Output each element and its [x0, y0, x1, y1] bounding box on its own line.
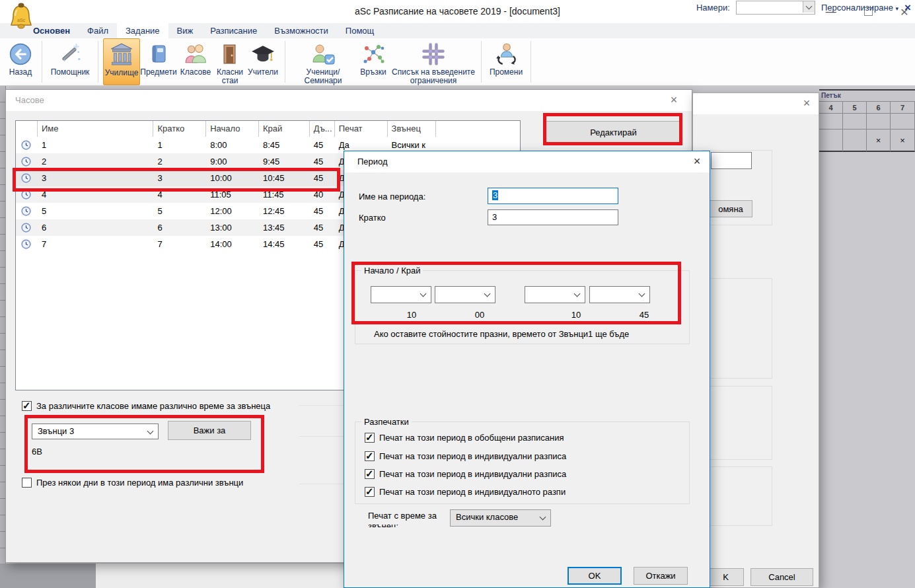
cell: 6	[38, 223, 154, 233]
ribbon-item-Класове[interactable]: Класове	[177, 38, 214, 85]
edit-button[interactable]: Редактирай	[546, 121, 681, 143]
menu-tab-Виж[interactable]: Виж	[168, 23, 202, 38]
ribbon-item-label: Учители	[248, 68, 278, 77]
menu-tab-Задание[interactable]: Задание	[117, 23, 168, 38]
bells-select[interactable]: Звънци 3	[32, 423, 159, 439]
teachers-icon	[250, 40, 275, 68]
cell: 5	[38, 206, 154, 216]
background-ok-button[interactable]: K	[708, 568, 744, 586]
ribbon-item-Предмети[interactable]: Предмети	[140, 38, 177, 85]
ok-button[interactable]: OK	[567, 567, 622, 585]
checkbox-unchecked-icon[interactable]	[22, 478, 32, 488]
toolbar-close-icon[interactable]: ×	[904, 3, 911, 13]
hours-close-icon[interactable]: ×	[665, 93, 683, 108]
grid-column-header: 6	[867, 102, 891, 114]
column-header-Име[interactable]: Име	[38, 121, 154, 137]
ribbon-item-Училище[interactable]: Училище	[103, 38, 140, 85]
clock-icon	[16, 190, 38, 200]
time-select-2[interactable]	[525, 286, 585, 303]
cell: 13:00	[206, 223, 259, 233]
print-option-checkbox-0[interactable]: Печат на този период в обобщени разписан…	[365, 433, 695, 443]
time-select-1[interactable]	[435, 286, 495, 303]
find-label: Намери:	[696, 3, 730, 13]
grid-cell: ×	[867, 129, 891, 152]
menu-tab-Помощ[interactable]: Помощ	[337, 23, 383, 38]
grid-column-header: 4	[819, 102, 843, 114]
cancel-button[interactable]: Откажи	[634, 567, 688, 585]
column-header-Край[interactable]: Край	[259, 121, 310, 137]
wizard-icon	[58, 40, 82, 68]
ribbon-item-Списък на въведените ограничения[interactable]: Списък на въведените ограничения	[390, 38, 476, 85]
background-dialog-close-icon[interactable]: ×	[797, 96, 816, 111]
checkbox-checked-icon[interactable]	[22, 401, 32, 411]
print-option-checkbox-2[interactable]: Печат на този период в индивидуални разп…	[365, 469, 695, 479]
links-icon	[360, 40, 386, 68]
background-input[interactable]	[711, 152, 752, 169]
cell: 4	[38, 190, 154, 200]
chevron-down-icon	[484, 291, 491, 297]
ribbon-item-Назад[interactable]: Назад	[4, 38, 37, 85]
column-header[interactable]	[436, 121, 520, 137]
cell: 9:00	[206, 157, 259, 166]
column-header-Звънец[interactable]: Звънец	[388, 121, 437, 137]
grid-cell	[819, 114, 843, 129]
grid-cell	[891, 114, 915, 129]
applies-to-button[interactable]: Важи за	[168, 421, 251, 440]
ribbon-item-label: Промени	[490, 68, 523, 77]
chevron-down-icon	[574, 291, 581, 297]
checkbox-checked-icon[interactable]	[365, 433, 375, 443]
cell: 10:00	[206, 173, 259, 183]
column-header-Дъ...[interactable]: Дъ...	[310, 121, 335, 137]
checkbox-checked-icon[interactable]	[365, 469, 375, 479]
period-dialog: Период × Име на периода: 3 Кратко 3 Нача…	[344, 151, 710, 588]
groupbox	[702, 386, 772, 460]
ribbon-item-Класни стаи[interactable]: Класни стаи	[214, 38, 246, 85]
column-header[interactable]	[16, 121, 38, 137]
classrooms-icon	[219, 40, 241, 68]
ribbon-item-label: Класни стаи	[214, 68, 246, 85]
time-select-3[interactable]	[589, 286, 650, 303]
period-name-input[interactable]: 3	[488, 188, 618, 204]
change-button[interactable]: омяна	[709, 200, 752, 217]
grid-cell: ×	[891, 129, 915, 152]
personalize-menu[interactable]: Персонализиране ▾	[821, 3, 898, 13]
period-short-input[interactable]: 3	[488, 209, 618, 225]
print-option-label: Печат на този период в индивидуални разп…	[379, 451, 566, 461]
timetable-grid-fragment: Петък 4567 ××	[819, 89, 915, 152]
column-header-Начало[interactable]: Начало	[206, 121, 259, 137]
students-icon	[309, 40, 337, 68]
column-header-Печат[interactable]: Печат	[335, 121, 388, 137]
ribbon-item-Учители[interactable]: Учители	[246, 38, 280, 85]
ribbon-item-Промени[interactable]: Промени	[486, 38, 526, 85]
menu-tab-Файл[interactable]: Файл	[79, 23, 117, 38]
clock-icon	[16, 223, 38, 233]
clock-icon	[16, 206, 38, 216]
find-dropdown-button[interactable]	[803, 1, 815, 13]
checkbox-checked-icon[interactable]	[365, 487, 375, 497]
ribbon-separator	[285, 41, 285, 83]
find-input[interactable]	[736, 1, 815, 15]
background-cancel-button[interactable]: Cancel	[750, 568, 813, 586]
ribbon-item-Помощник[interactable]: Помощник	[47, 38, 93, 85]
period-close-icon[interactable]: ×	[688, 155, 706, 169]
print-option-checkbox-3[interactable]: Печат на този период в индивидуалното ра…	[365, 487, 695, 497]
back-icon	[9, 40, 32, 68]
different-bells-checkbox[interactable]: За различните класове имаме различно вре…	[22, 401, 270, 411]
ribbon-item-Връзки[interactable]: Връзки	[356, 38, 390, 85]
cell: Всички к	[388, 140, 437, 150]
find-area: Намери: Персонализиране ▾ ×	[696, 1, 911, 15]
time-select-0[interactable]	[371, 286, 431, 303]
groupbox	[702, 466, 772, 526]
cell: 8:00	[206, 140, 259, 150]
print-with-bell-time-label: Печат с време за звънец:	[368, 511, 444, 527]
cell: 45	[310, 239, 335, 249]
menu-tab-Възможности[interactable]: Възможности	[266, 23, 337, 38]
print-with-bell-time-select[interactable]: Всички класове	[450, 509, 551, 527]
ribbon-item-Ученици/Семинари[interactable]: Ученици/Семинари	[290, 38, 356, 85]
grid-cell	[867, 114, 891, 129]
print-option-checkbox-1[interactable]: Печат на този период в индивидуални разп…	[365, 451, 695, 461]
some-days-checkbox[interactable]: През някои дни в този период има различн…	[22, 478, 243, 488]
column-header-Кратко[interactable]: Кратко	[153, 121, 206, 137]
menu-tab-Разписание[interactable]: Разписание	[201, 23, 266, 38]
checkbox-checked-icon[interactable]	[365, 451, 375, 461]
